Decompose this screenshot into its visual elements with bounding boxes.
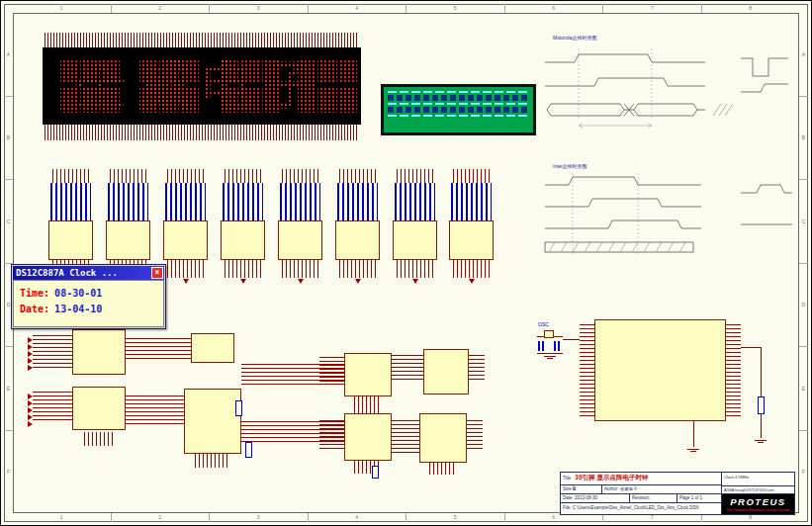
- ic-chip[interactable]: [163, 220, 208, 260]
- pin-header-bundle: [280, 183, 320, 220]
- proteus-logo-text: PROTEUS: [722, 496, 794, 508]
- lcd-pixel-line: [388, 115, 529, 117]
- crystal[interactable]: [544, 330, 554, 338]
- ic-chip[interactable]: [106, 220, 150, 260]
- ruler-label: 3: [210, 513, 309, 522]
- wire: [693, 421, 694, 447]
- proteus-logo-tagline: The Complete Electronics Design System: [722, 508, 794, 512]
- resistor[interactable]: [245, 442, 252, 458]
- tb-file-cell: File: C:\Users\Example\Des_Atmel_Clock\L…: [561, 503, 722, 514]
- ruler-left: ABCDEF: [4, 13, 13, 513]
- ic-chip[interactable]: [393, 220, 437, 260]
- oscillator-label: OSC: [538, 321, 549, 327]
- tb-author-label: Author:: [604, 486, 619, 491]
- ic-chip[interactable]: [221, 220, 265, 260]
- popup-body: Time:08-30-01 Date:13-04-10: [13, 280, 164, 327]
- ground-symbol: [544, 356, 556, 361]
- wire-bundle: [354, 396, 382, 413]
- ground-symbol: [240, 279, 246, 284]
- ruler-label: F: [799, 431, 808, 514]
- ground-symbol: [412, 279, 418, 284]
- mcu-left-pins: [580, 324, 594, 417]
- close-icon[interactable]: ×: [151, 267, 163, 279]
- lcd-pixel-line: [388, 91, 529, 93]
- ic-chip[interactable]: [48, 220, 93, 260]
- ruler-label: D: [799, 264, 808, 348]
- wire-bundle: [339, 260, 376, 278]
- led-matrix-display[interactable]: 金威电子: [43, 47, 361, 125]
- wire-bundle: [397, 260, 433, 278]
- schematic-canvas[interactable]: 12345678 12345678 ABCDEF ABCDEF 金威电子 Mot…: [0, 0, 812, 526]
- lcd-text-row: [388, 95, 529, 101]
- lcd-module[interactable]: [381, 84, 536, 135]
- wire: [563, 339, 580, 340]
- tb-title-cell: Title39引脚 显示点阵电子时钟: [561, 473, 722, 485]
- wire-bundle: [282, 260, 318, 278]
- resistor[interactable]: [758, 396, 765, 414]
- ruler-label: E: [799, 347, 808, 431]
- ground-symbol: [687, 449, 699, 454]
- tb-size-value: B: [573, 486, 576, 491]
- pin-header-bundle: [395, 183, 435, 220]
- popup-title-text: DS12C887A Clock ...: [16, 268, 118, 278]
- wire-bundle: [453, 260, 490, 278]
- ic-chip[interactable]: [419, 413, 467, 463]
- time-value: 08-30-01: [49, 288, 102, 299]
- ground-symbol: [183, 279, 189, 284]
- tb-right-row2: A3SA hough1971@163.com: [722, 486, 794, 494]
- ruler-label: E: [4, 347, 13, 431]
- time-label: Time:: [20, 288, 49, 299]
- tb-right-row1: Clock 4.9MHz: [722, 473, 794, 486]
- ruler-label: 1: [13, 4, 112, 13]
- ic-chip[interactable]: [344, 353, 392, 396]
- ruler-label: B: [4, 97, 13, 181]
- wire-bundle: [319, 420, 344, 450]
- wire-bundle: [126, 395, 184, 425]
- wire-bundle: [195, 454, 230, 468]
- wire-bundle: [339, 169, 376, 183]
- ruler-label: 7: [603, 4, 702, 13]
- led-bottom-pins: [45, 125, 359, 140]
- ic-chip[interactable]: [72, 329, 126, 375]
- capacitor[interactable]: [554, 341, 560, 351]
- ruler-label: 1: [13, 513, 112, 522]
- tb-rev-cell: Revision:: [630, 494, 677, 503]
- wire: [761, 347, 762, 396]
- timing-diagram-title: Motorola总线时序图: [553, 35, 596, 41]
- ic-chip[interactable]: [344, 413, 392, 461]
- ruler-label: 2: [112, 513, 211, 522]
- ruler-label: A: [4, 13, 13, 97]
- tb-page-value: 1 of 1: [691, 495, 702, 500]
- ic-chip[interactable]: [449, 220, 494, 260]
- capacitor[interactable]: [538, 341, 544, 351]
- tb-page-label: Page: [679, 495, 690, 500]
- wire: [741, 347, 761, 348]
- pin-header-bundle: [223, 183, 263, 220]
- pin-header-bundle: [165, 183, 206, 220]
- ruler-label: B: [799, 97, 808, 181]
- ruler-label: 5: [406, 513, 505, 522]
- ruler-label: 6: [505, 4, 604, 13]
- pin-header-bundle: [108, 183, 148, 220]
- ic-chip[interactable]: [184, 389, 241, 454]
- mcu-chip[interactable]: [594, 319, 726, 421]
- ruler-label: 3: [210, 4, 309, 13]
- ic-chip[interactable]: [72, 387, 126, 430]
- timing-diagram-read: Intel总线时序图: [539, 165, 796, 268]
- clock-popup-window[interactable]: DS12C887A Clock ... × Time:08-30-01 Date…: [11, 264, 166, 329]
- popup-title-bar[interactable]: DS12C887A Clock ... ×: [13, 266, 164, 280]
- led-top-pins: [45, 33, 359, 47]
- resistor[interactable]: [372, 466, 379, 479]
- ic-chip[interactable]: [335, 220, 380, 260]
- wire-bundle: [392, 420, 419, 454]
- wire-bundle: [84, 432, 114, 446]
- wire-bundle: [429, 463, 457, 475]
- ic-chip[interactable]: [278, 220, 322, 260]
- ruler-top: 12345678: [13, 4, 799, 13]
- ic-chip[interactable]: [191, 333, 234, 363]
- resistor[interactable]: [235, 400, 242, 416]
- wire: [761, 414, 762, 438]
- proteus-logo: PROTEUS The Complete Electronics Design …: [722, 494, 794, 514]
- date-readout: Date:13-04-10: [20, 302, 157, 317]
- ic-chip[interactable]: [423, 349, 469, 394]
